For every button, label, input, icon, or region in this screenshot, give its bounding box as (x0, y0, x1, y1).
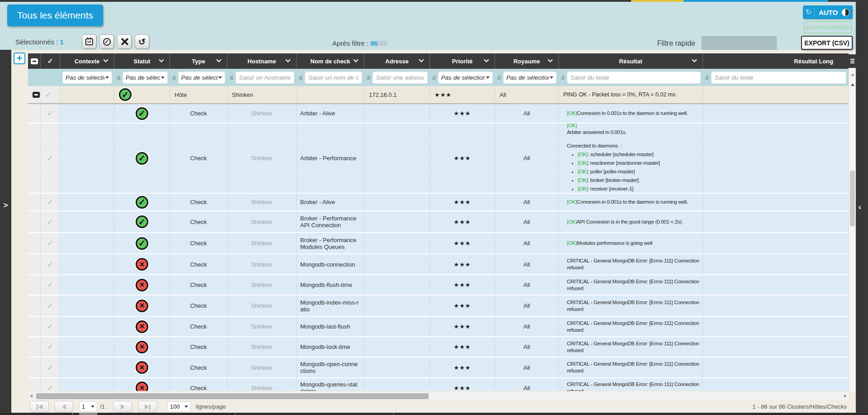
horizontal-scrollbar[interactable] (28, 392, 849, 400)
column-header-royaume[interactable]: Royaume (495, 53, 559, 69)
reset-button[interactable]: ↺ (135, 34, 149, 49)
column-sort-chevron-icon[interactable] (419, 57, 424, 62)
filter-text-input[interactable] (711, 72, 846, 84)
column-sort-chevron-icon[interactable] (103, 57, 108, 62)
cell-row-checkbox[interactable]: ✓ (41, 194, 60, 210)
table-row[interactable]: ✓✓CheckShinkenArbiter - Performance★★★Al… (28, 124, 849, 194)
per-page-select[interactable]: 100 (167, 401, 191, 412)
filter-select[interactable]: Pas de sélection (438, 72, 493, 84)
cell-expander[interactable] (28, 124, 41, 193)
column-header-hostname[interactable]: Hostname (227, 53, 297, 69)
cell-expander[interactable] (28, 233, 41, 253)
column-sort-chevron-icon[interactable] (285, 57, 290, 62)
save-button[interactable]: SAUVEGARDER (804, 21, 852, 33)
scroll-left-arrow-icon[interactable] (30, 394, 33, 398)
table-row[interactable]: ✓×CheckShinkenMongodb-lock-time★★★AllCRI… (28, 337, 849, 358)
cell-expander[interactable] (28, 296, 41, 316)
cell-expander[interactable] (28, 378, 41, 391)
cell-row-checkbox[interactable]: ✓ (41, 337, 60, 357)
vertical-scrollbar[interactable] (849, 69, 856, 391)
header-collapse-all-cell[interactable] (28, 53, 41, 69)
last-page-button[interactable] (138, 401, 157, 412)
cell-row-checkbox[interactable]: ✓ (41, 378, 60, 391)
filter-text-input[interactable] (567, 72, 701, 84)
column-sort-chevron-icon[interactable] (159, 57, 164, 62)
cell-row-checkbox[interactable]: ✓ (41, 124, 60, 193)
cell-expander[interactable] (28, 211, 41, 232)
add-filter-button[interactable]: + (14, 52, 25, 64)
column-header-type[interactable]: Type (170, 53, 227, 69)
column-sort-chevron-icon[interactable] (547, 57, 552, 62)
previous-page-button[interactable] (54, 401, 73, 412)
filter-select[interactable]: Pas de sélection (62, 72, 112, 84)
scroll-right-arrow-icon[interactable] (844, 394, 847, 398)
schedule-calendar-button[interactable]: 15 (82, 34, 96, 49)
all-elements-button[interactable]: Tous les éléments (7, 5, 103, 26)
column-sort-chevron-icon[interactable] (484, 57, 489, 62)
tools-button[interactable] (117, 34, 132, 49)
column-header-r-sultat[interactable]: Résultat (559, 53, 703, 69)
cell-expander[interactable] (28, 358, 41, 377)
table-row[interactable]: ✓×CheckShinkenMongodb-queries-stat delet… (28, 378, 849, 391)
table-row[interactable]: ✓×CheckShinkenMongodb-flush-time★★★AllCR… (28, 275, 849, 296)
table-row[interactable]: ✓×CheckShinkenMongodb-connection★★★AllCR… (28, 254, 849, 275)
table-row[interactable]: ✓✓CheckShinkenBroker - Alive★★★All[OK] C… (28, 194, 849, 211)
cell-expander[interactable] (28, 86, 41, 103)
next-page-button[interactable] (113, 401, 132, 412)
table-row[interactable]: ✓×CheckShinkenMongodb-last-flush★★★AllCR… (28, 317, 849, 337)
filter-text-input[interactable] (373, 72, 428, 84)
scroll-down-arrow-icon[interactable] (851, 74, 854, 77)
column-header-statut[interactable]: Statut (114, 53, 170, 69)
filter-select[interactable]: Pas de sélection (503, 72, 557, 84)
table-row[interactable]: ✓×CheckShinkenMongodb-open-connections★★… (28, 358, 849, 378)
filter-select[interactable]: Pas de sélection (123, 72, 168, 84)
column-sort-chevron-icon[interactable] (216, 57, 221, 62)
column-header-contexte[interactable]: Contexte (60, 53, 114, 69)
cell-expander[interactable] (28, 275, 41, 295)
filter-select[interactable]: Pas de sélection (178, 72, 225, 84)
cell-expander[interactable] (28, 254, 41, 274)
table-row[interactable]: ✓✓HôteShinken172.16.0.1★★★AllPING OK - P… (28, 86, 849, 104)
table-row[interactable]: ✓✓CheckShinkenBroker - Performance API C… (28, 211, 849, 233)
column-menu-button[interactable] (849, 54, 856, 68)
page-select[interactable]: 1 (79, 401, 97, 412)
cell-row-checkbox[interactable]: ✓ (41, 317, 60, 336)
cell-expander[interactable] (28, 337, 41, 357)
expand-left-panel-arrow-icon[interactable]: > (4, 201, 8, 210)
cell-row-checkbox[interactable]: ✓ (41, 296, 60, 316)
cell-check-name: Arbiter - Alive (297, 104, 364, 123)
column-header-adresse[interactable]: Adresse (364, 53, 430, 69)
column-header-nom-de-check[interactable]: Nom de check (297, 53, 364, 69)
cell-row-checkbox[interactable]: ✓ (41, 254, 60, 274)
cell-row-checkbox[interactable]: ✓ (41, 233, 60, 253)
filter-text-input[interactable] (236, 72, 294, 84)
cell-expander[interactable] (28, 104, 41, 123)
cell-row-checkbox[interactable]: ✓ (41, 104, 60, 123)
cell-row-checkbox[interactable]: ✓ (41, 358, 60, 377)
cell-row-checkbox[interactable]: ✓ (41, 86, 60, 103)
cell-expander[interactable] (28, 194, 41, 210)
first-page-button[interactable] (30, 401, 49, 412)
column-sort-chevron-icon[interactable] (353, 57, 358, 62)
row-collapse-minus-icon[interactable] (33, 92, 40, 98)
column-sort-chevron-icon[interactable] (692, 57, 697, 62)
vertical-scrollbar-thumb[interactable] (850, 171, 855, 226)
filter-text-input[interactable] (305, 72, 362, 84)
cell-row-checkbox[interactable]: ✓ (41, 275, 60, 295)
quick-filter-input[interactable] (702, 36, 777, 50)
table-row[interactable]: ✓✓CheckShinkenBroker - Performance Modul… (28, 233, 849, 254)
scroll-up-arrow-icon[interactable] (851, 83, 854, 86)
auto-refresh-button[interactable]: ↻ AUTO (803, 5, 853, 19)
cell-row-checkbox[interactable]: ✓ (41, 211, 60, 232)
table-row[interactable]: ✓✓CheckShinkenArbiter - Alive★★★All[OK] … (28, 104, 849, 124)
horizontal-scrollbar-thumb[interactable] (36, 393, 429, 399)
auto-toggle-icon[interactable] (842, 9, 849, 16)
collapse-right-panel-arrow-icon[interactable]: ‹ (859, 203, 861, 212)
export-csv-button[interactable]: EXPORT (CSV) (801, 36, 853, 50)
cell-expander[interactable] (28, 317, 41, 336)
acknowledge-button[interactable]: ✓ (99, 34, 114, 49)
header-select-all-cell[interactable]: ✓ (41, 53, 60, 69)
column-header-r-sultat-long[interactable]: Résultat Long (703, 53, 849, 69)
column-header-priorit-[interactable]: Priorité (430, 53, 495, 69)
table-row[interactable]: ✓×CheckShinkenMongodb-index-miss-ratio★★… (28, 296, 849, 317)
